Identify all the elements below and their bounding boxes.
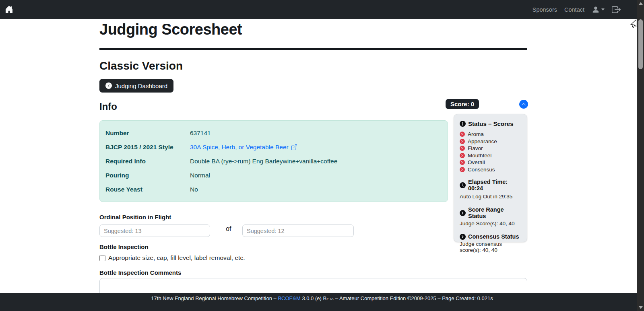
home-icon[interactable] [5, 5, 13, 14]
x-circle-icon [460, 160, 465, 165]
x-circle-icon [460, 167, 465, 172]
mouse-cursor [630, 19, 636, 28]
info-value-required: Double BA (rye->rum) Eng Barleywine+vani… [190, 158, 337, 165]
footer-edition-text: – Amateur Competition Edition ©2009-2025… [334, 295, 493, 301]
score-range-status-label: Score Range Status [468, 206, 521, 219]
bottle-inspection-checkbox-label[interactable]: Appropriate size, cap, fill level, label… [108, 254, 245, 262]
x-circle-icon [460, 146, 465, 151]
info-circle-icon [460, 121, 466, 127]
list-item: Mouthfeel [460, 152, 521, 159]
user-icon [592, 6, 600, 14]
info-label-rouse-yeast: Rouse Yeast [105, 186, 190, 193]
status-item-label: Mouthfeel [468, 152, 491, 159]
table-row: Pouring Normal [100, 168, 448, 182]
page-footer: 17th New England Regional Homebrew Compe… [0, 293, 644, 311]
list-item: Appearance [460, 138, 521, 145]
bjcp-style-link[interactable]: 30A Spice, Herb, or Vegetable Beer [190, 144, 297, 151]
ordinal-total-input[interactable] [242, 224, 354, 237]
judging-scoresheet-page: Sponsors Contact Judging Scoresheet Clas… [0, 0, 644, 311]
x-circle-icon [460, 153, 465, 158]
consensus-status-row: Consensus Status [460, 233, 521, 240]
scrollbar-up-arrow-icon[interactable] [639, 2, 643, 5]
user-menu-button[interactable] [592, 6, 605, 14]
elapsed-time-label: Elapsed Time: 00:24 [468, 179, 521, 192]
bottle-inspection-comments-label: Bottle Inspection Comments [99, 269, 181, 276]
top-navbar: Sponsors Contact [0, 0, 644, 19]
bcoem-link[interactable]: BCOE&M [278, 295, 300, 301]
x-circle-icon [460, 132, 465, 137]
bjcp-style-link-label: 30A Spice, Herb, or Vegetable Beer [190, 144, 289, 151]
score-range-status-row: Score Range Status [460, 206, 521, 219]
logout-icon[interactable] [612, 5, 621, 14]
chevron-left-circle-icon [105, 82, 112, 89]
status-item-label: Aroma [468, 131, 484, 137]
list-item: Aroma [460, 131, 521, 138]
footer-version-text: 3.0.0 (e) [301, 295, 323, 301]
status-scores-heading-row: Status – Scores [460, 120, 521, 127]
scrollbar-thumb[interactable] [638, 19, 643, 69]
of-label: of [226, 225, 231, 233]
external-link-icon [291, 144, 297, 150]
collapse-panel-button[interactable] [519, 100, 528, 109]
list-item: Consensus [460, 166, 521, 173]
classic-version-heading: Classic Version [99, 60, 183, 72]
status-item-label: Flavor [468, 145, 483, 151]
x-circle-icon [460, 139, 465, 144]
ordinal-position-input[interactable] [99, 224, 210, 237]
list-item: Overall [460, 159, 521, 166]
status-scores-panel: Status – Scores Aroma Appearance Flavor … [454, 114, 527, 242]
table-row: Number 637141 [100, 126, 448, 140]
ordinal-position-label: Ordinal Position in Flight [99, 214, 171, 220]
status-item-label: Appearance [468, 138, 497, 144]
footer-beta-text: Beta [323, 295, 334, 301]
info-value-rouse-yeast: No [190, 186, 198, 193]
judging-dashboard-button[interactable]: Judging Dashboard [99, 79, 173, 93]
clock-icon [460, 182, 466, 188]
table-row: BJCP 2015 / 2021 Style 30A Spice, Herb, … [100, 140, 448, 154]
vertical-scrollbar[interactable] [637, 0, 644, 311]
table-row: Required Info Double BA (rye->rum) Eng B… [100, 154, 448, 168]
info-label-pouring: Pouring [105, 172, 190, 179]
judging-dashboard-button-label: Judging Dashboard [115, 82, 167, 89]
caret-down-icon [601, 8, 605, 10]
elapsed-time-row: Elapsed Time: 00:24 [460, 179, 521, 192]
status-list: Aroma Appearance Flavor Mouthfeel Overal… [460, 131, 521, 173]
list-item: Flavor [460, 145, 521, 152]
page-title: Judging Scoresheet [99, 21, 242, 38]
nav-link-contact[interactable]: Contact [564, 6, 584, 13]
title-divider [99, 48, 527, 50]
info-section-heading: Info [99, 101, 117, 112]
nav-link-sponsors[interactable]: Sponsors [533, 6, 557, 13]
auto-logout-text: Auto Log Out in 29:35 [460, 194, 521, 200]
status-item-label: Consensus [468, 167, 495, 173]
scrollbar-down-arrow-icon[interactable] [639, 306, 643, 309]
info-value-pouring: Normal [190, 172, 210, 179]
table-row: Rouse Yeast No [100, 182, 448, 196]
judge-scores-text: Judge Score(s): 40, 40 [460, 220, 521, 227]
status-item-label: Overall [468, 159, 485, 165]
navbar-right-links: Sponsors Contact [533, 5, 621, 14]
bottle-inspection-label: Bottle Inspection [99, 243, 149, 250]
info-label-style: BJCP 2015 / 2021 Style [105, 144, 190, 151]
chevron-up-icon [521, 102, 526, 107]
judge-consensus-scores-text: Judge consensus score(s): 40, 40 [460, 241, 521, 253]
status-scores-heading: Status – Scores [468, 120, 514, 127]
chevron-right-circle-icon [460, 210, 466, 216]
bottle-inspection-checkbox[interactable] [99, 255, 105, 261]
chevron-right-circle-icon [460, 234, 466, 240]
score-badge: Score: 0 [446, 99, 479, 109]
info-value-number: 637141 [190, 130, 211, 137]
entry-info-table: Number 637141 BJCP 2015 / 2021 Style 30A… [99, 120, 448, 202]
info-label-number: Number [105, 130, 190, 137]
footer-competition-text: 17th New England Regional Homebrew Compe… [151, 295, 278, 301]
consensus-status-label: Consensus Status [468, 233, 519, 240]
info-label-required: Required Info [105, 158, 190, 165]
